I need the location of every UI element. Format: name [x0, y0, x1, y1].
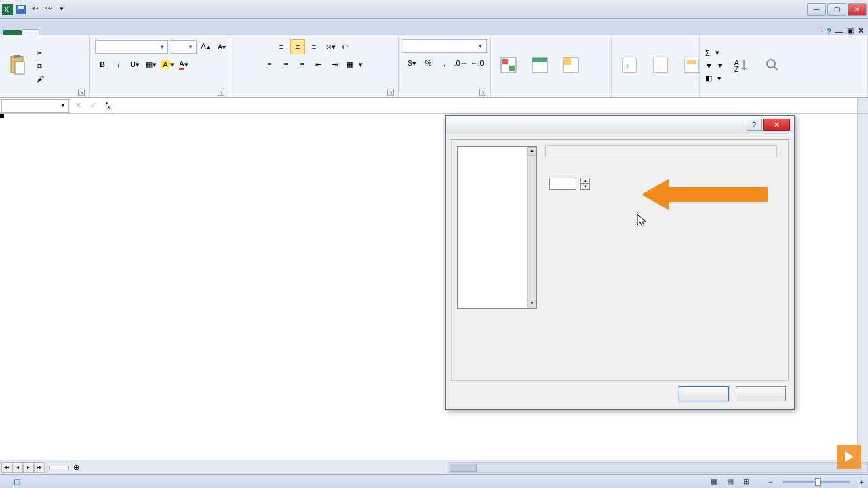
undo-icon[interactable]: ↶ [28, 3, 41, 16]
align-left-icon[interactable]: ≡ [262, 57, 277, 72]
fill-button[interactable]: ▼▾ [703, 60, 725, 71]
ok-button[interactable] [679, 386, 729, 401]
tab-nav-last[interactable]: ▸▸ [34, 462, 45, 473]
minimize-button[interactable]: — [807, 3, 826, 16]
dialog-close-button[interactable]: ✕ [763, 119, 790, 131]
align-bottom-icon[interactable]: ≡ [307, 39, 321, 54]
percent-format-icon[interactable]: % [421, 56, 436, 70]
delete-cells-button[interactable]: − [646, 53, 675, 79]
font-size-combo[interactable]: ▼ [170, 40, 197, 54]
help-icon[interactable]: ? [827, 27, 831, 35]
tab-review[interactable] [104, 30, 121, 35]
macro-record-icon[interactable]: ▢ [14, 477, 20, 486]
horizontal-scrollbar[interactable] [448, 462, 868, 473]
tab-data[interactable] [88, 30, 104, 35]
cancel-fx-icon[interactable]: ✕ [71, 98, 85, 113]
autosum-button[interactable]: Σ▾ [703, 47, 725, 58]
number-dialog-launcher[interactable]: ↘ [479, 89, 486, 96]
scroll-down-icon[interactable]: ▼ [528, 300, 536, 308]
enter-fx-icon[interactable]: ✓ [85, 98, 100, 113]
title-bar: X ↶ ↷ ▼ — ▢ ✕ [0, 0, 868, 19]
tab-nav-first[interactable]: ◂◂ [1, 462, 12, 473]
decrease-decimal-icon[interactable]: ←.0 [470, 56, 485, 70]
name-box[interactable]: ▼ [1, 99, 69, 113]
align-right-icon[interactable]: ≡ [295, 57, 310, 72]
find-icon [762, 54, 783, 76]
insert-cells-button[interactable]: + [614, 53, 644, 79]
format-painter-button[interactable]: 🖌 [34, 73, 50, 84]
qat-dropdown-icon[interactable]: ▼ [56, 3, 68, 16]
category-list[interactable]: ▲▼ [457, 146, 537, 309]
orientation-icon[interactable]: ⤭▾ [323, 39, 338, 54]
minimize-ribbon-icon[interactable]: ˇ [821, 27, 823, 35]
format-as-table-button[interactable] [525, 53, 555, 79]
alignment-dialog-launcher[interactable]: ↘ [387, 89, 394, 96]
underline-button[interactable]: U▾ [127, 57, 142, 72]
align-center-icon[interactable]: ≡ [279, 57, 294, 72]
spinner-down-icon[interactable]: ▼ [580, 184, 590, 190]
zoom-in-icon[interactable]: + [860, 478, 864, 486]
tab-nav-prev[interactable]: ◂ [12, 462, 23, 473]
grow-font-icon[interactable]: A▴ [198, 39, 213, 54]
fx-icon[interactable]: fx [100, 98, 115, 113]
align-top-icon[interactable]: ≡ [274, 39, 289, 54]
number-format-combo[interactable]: ▼ [403, 39, 487, 53]
win-restore-icon[interactable]: ▣ [847, 26, 854, 35]
font-color-button[interactable]: A▾ [176, 57, 191, 72]
font-dialog-launcher[interactable]: ↘ [218, 89, 224, 96]
view-normal-icon[interactable]: ▦ [711, 477, 717, 486]
shrink-font-icon[interactable]: A▾ [214, 39, 229, 54]
paste-button[interactable] [3, 53, 33, 79]
win-min-icon[interactable]: — [835, 27, 843, 35]
increase-decimal-icon[interactable]: .0→ [454, 56, 469, 70]
insert-icon: + [618, 54, 640, 76]
decimal-spinner[interactable]: ▲▼ [580, 178, 590, 190]
decimal-places-input[interactable] [549, 178, 576, 190]
border-button[interactable]: ▦▾ [144, 57, 159, 72]
zoom-slider[interactable] [783, 481, 850, 483]
copy-button[interactable]: ⧉ [34, 60, 50, 72]
scroll-up-icon[interactable]: ▲ [528, 147, 536, 156]
dialog-help-button[interactable]: ? [747, 119, 762, 131]
cell-styles-button[interactable] [556, 53, 586, 79]
conditional-formatting-button[interactable] [494, 53, 524, 79]
file-tab[interactable] [3, 30, 22, 35]
decrease-indent-icon[interactable]: ⇤ [311, 57, 326, 72]
wrap-text-button[interactable]: ↩ [339, 41, 353, 53]
cut-button[interactable]: ✂ [34, 47, 50, 59]
cancel-button[interactable] [736, 386, 786, 401]
tab-formulas[interactable] [72, 30, 88, 35]
vertical-scrollbar[interactable] [857, 114, 868, 460]
redo-icon[interactable]: ↷ [42, 3, 54, 16]
bold-button[interactable]: B [95, 57, 110, 72]
font-name-combo[interactable]: ▼ [95, 40, 168, 54]
clipboard-dialog-launcher[interactable]: ↘ [78, 89, 85, 96]
maximize-button[interactable]: ▢ [827, 3, 846, 16]
tab-home[interactable] [22, 29, 39, 35]
merge-center-button[interactable]: ▦▾ [344, 59, 366, 70]
view-layout-icon[interactable]: ▤ [727, 477, 734, 486]
tab-nav-next[interactable]: ▸ [23, 462, 34, 473]
comma-format-icon[interactable]: , [437, 56, 452, 70]
tab-insert[interactable] [39, 30, 56, 35]
align-middle-icon[interactable]: ≡ [290, 39, 305, 54]
find-select-button[interactable] [757, 53, 787, 79]
new-sheet-icon[interactable]: ⊕ [73, 463, 79, 472]
italic-button[interactable]: I [111, 57, 126, 72]
sort-filter-button[interactable]: AZ [726, 53, 756, 79]
tab-page-layout[interactable] [56, 30, 72, 35]
clear-button[interactable]: ◧▾ [703, 73, 725, 84]
close-button[interactable]: ✕ [848, 3, 867, 16]
spinner-up-icon[interactable]: ▲ [580, 178, 590, 184]
fill-color-button[interactable]: A▾ [160, 57, 175, 72]
save-icon[interactable] [15, 3, 27, 16]
formula-bar-expand[interactable] [857, 98, 868, 113]
watermark [834, 442, 861, 469]
tab-view[interactable] [121, 30, 137, 35]
increase-indent-icon[interactable]: ⇥ [328, 57, 342, 72]
zoom-out-icon[interactable]: − [768, 478, 772, 486]
sheet-tab-sheet1[interactable] [49, 466, 69, 469]
view-pagebreak-icon[interactable]: ⊞ [743, 477, 749, 486]
win-close-icon[interactable]: ✕ [858, 26, 864, 35]
accounting-format-icon[interactable]: $▾ [405, 56, 420, 70]
